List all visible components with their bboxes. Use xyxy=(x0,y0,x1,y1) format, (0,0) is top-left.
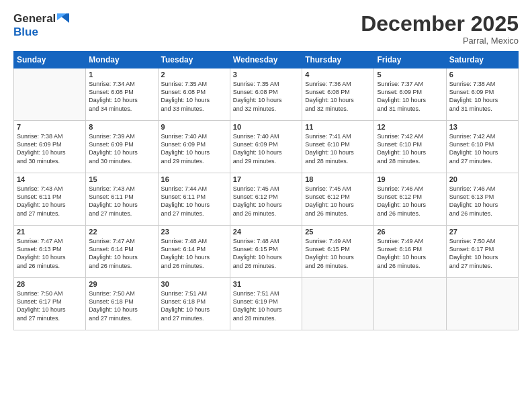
calendar-cell: 18Sunrise: 7:45 AMSunset: 6:12 PMDayligh… xyxy=(302,173,374,226)
weekday-header-saturday: Saturday xyxy=(446,52,518,68)
weekday-header-sunday: Sunday xyxy=(14,52,86,68)
day-detail: Sunrise: 7:40 AMSunset: 6:09 PMDaylight:… xyxy=(161,132,227,165)
day-detail: Sunrise: 7:51 AMSunset: 6:19 PMDaylight:… xyxy=(233,289,299,322)
logo: General Blue xyxy=(13,12,69,39)
calendar-cell: 7Sunrise: 7:38 AMSunset: 6:09 PMDaylight… xyxy=(14,121,86,173)
day-detail: Sunrise: 7:46 AMSunset: 6:13 PMDaylight:… xyxy=(449,185,515,218)
calendar-cell: 26Sunrise: 7:49 AMSunset: 6:16 PMDayligh… xyxy=(374,226,446,278)
calendar-cell xyxy=(302,278,374,330)
day-detail: Sunrise: 7:42 AMSunset: 6:10 PMDaylight:… xyxy=(449,132,515,165)
day-number: 4 xyxy=(305,71,371,79)
day-number: 14 xyxy=(17,175,83,183)
day-detail: Sunrise: 7:48 AMSunset: 6:14 PMDaylight:… xyxy=(161,237,227,270)
calendar-cell: 9Sunrise: 7:40 AMSunset: 6:09 PMDaylight… xyxy=(158,121,230,173)
calendar-cell: 4Sunrise: 7:36 AMSunset: 6:08 PMDaylight… xyxy=(302,68,374,121)
weekday-header-thursday: Thursday xyxy=(302,52,374,68)
day-detail: Sunrise: 7:49 AMSunset: 6:16 PMDaylight:… xyxy=(377,237,443,270)
day-detail: Sunrise: 7:36 AMSunset: 6:08 PMDaylight:… xyxy=(305,80,371,113)
calendar-cell: 17Sunrise: 7:45 AMSunset: 6:12 PMDayligh… xyxy=(230,173,302,226)
calendar-week-5: 28Sunrise: 7:50 AMSunset: 6:17 PMDayligh… xyxy=(14,278,519,330)
day-number: 1 xyxy=(89,71,154,79)
day-detail: Sunrise: 7:43 AMSunset: 6:11 PMDaylight:… xyxy=(17,185,83,218)
day-detail: Sunrise: 7:39 AMSunset: 6:09 PMDaylight:… xyxy=(89,132,154,165)
day-number: 25 xyxy=(305,228,371,236)
calendar-cell: 19Sunrise: 7:46 AMSunset: 6:12 PMDayligh… xyxy=(374,173,446,226)
day-number: 23 xyxy=(161,228,227,236)
calendar-cell: 10Sunrise: 7:40 AMSunset: 6:09 PMDayligh… xyxy=(230,121,302,173)
day-number: 27 xyxy=(449,228,515,236)
weekday-header-friday: Friday xyxy=(374,52,446,68)
day-number: 9 xyxy=(161,123,227,131)
month-title: December 2025 xyxy=(361,12,519,36)
weekday-header-wednesday: Wednesday xyxy=(230,52,302,68)
day-number: 21 xyxy=(17,228,83,236)
day-detail: Sunrise: 7:50 AMSunset: 6:18 PMDaylight:… xyxy=(89,289,154,322)
calendar-week-1: 1Sunrise: 7:34 AMSunset: 6:08 PMDaylight… xyxy=(14,68,519,121)
calendar-table: SundayMondayTuesdayWednesdayThursdayFrid… xyxy=(13,51,519,330)
day-detail: Sunrise: 7:47 AMSunset: 6:13 PMDaylight:… xyxy=(17,237,83,270)
day-number: 7 xyxy=(17,123,83,131)
day-detail: Sunrise: 7:35 AMSunset: 6:08 PMDaylight:… xyxy=(233,80,299,113)
day-number: 24 xyxy=(233,228,299,236)
calendar-cell: 1Sunrise: 7:34 AMSunset: 6:08 PMDaylight… xyxy=(86,68,158,121)
day-detail: Sunrise: 7:38 AMSunset: 6:09 PMDaylight:… xyxy=(17,132,83,165)
calendar-cell: 11Sunrise: 7:41 AMSunset: 6:10 PMDayligh… xyxy=(302,121,374,173)
day-detail: Sunrise: 7:50 AMSunset: 6:17 PMDaylight:… xyxy=(17,289,83,322)
day-number: 15 xyxy=(89,175,154,183)
day-detail: Sunrise: 7:43 AMSunset: 6:11 PMDaylight:… xyxy=(89,185,154,218)
calendar-cell: 20Sunrise: 7:46 AMSunset: 6:13 PMDayligh… xyxy=(446,173,518,226)
day-number: 5 xyxy=(377,71,443,79)
calendar-cell: 15Sunrise: 7:43 AMSunset: 6:11 PMDayligh… xyxy=(86,173,158,226)
day-number: 18 xyxy=(305,175,371,183)
day-detail: Sunrise: 7:47 AMSunset: 6:14 PMDaylight:… xyxy=(89,237,154,270)
calendar-cell: 8Sunrise: 7:39 AMSunset: 6:09 PMDaylight… xyxy=(86,121,158,173)
calendar-cell xyxy=(446,278,518,330)
calendar-week-3: 14Sunrise: 7:43 AMSunset: 6:11 PMDayligh… xyxy=(14,173,519,226)
day-number: 31 xyxy=(233,280,299,288)
day-detail: Sunrise: 7:37 AMSunset: 6:09 PMDaylight:… xyxy=(377,80,443,113)
day-detail: Sunrise: 7:34 AMSunset: 6:08 PMDaylight:… xyxy=(89,80,154,113)
calendar-cell: 27Sunrise: 7:50 AMSunset: 6:17 PMDayligh… xyxy=(446,226,518,278)
day-number: 10 xyxy=(233,123,299,131)
day-number: 12 xyxy=(377,123,443,131)
day-number: 29 xyxy=(89,280,154,288)
calendar-cell: 21Sunrise: 7:47 AMSunset: 6:13 PMDayligh… xyxy=(14,226,86,278)
day-detail: Sunrise: 7:48 AMSunset: 6:15 PMDaylight:… xyxy=(233,237,299,270)
calendar-week-2: 7Sunrise: 7:38 AMSunset: 6:09 PMDaylight… xyxy=(14,121,519,173)
day-detail: Sunrise: 7:45 AMSunset: 6:12 PMDaylight:… xyxy=(305,185,371,218)
day-detail: Sunrise: 7:45 AMSunset: 6:12 PMDaylight:… xyxy=(233,185,299,218)
day-number: 13 xyxy=(449,123,515,131)
page-header: General Blue December 2025 Parral, Mexic… xyxy=(13,12,519,46)
location-subtitle: Parral, Mexico xyxy=(361,36,519,46)
day-detail: Sunrise: 7:35 AMSunset: 6:08 PMDaylight:… xyxy=(161,80,227,113)
day-number: 8 xyxy=(89,123,154,131)
day-number: 2 xyxy=(161,71,227,79)
calendar-cell: 25Sunrise: 7:49 AMSunset: 6:15 PMDayligh… xyxy=(302,226,374,278)
day-detail: Sunrise: 7:50 AMSunset: 6:17 PMDaylight:… xyxy=(449,237,515,270)
day-detail: Sunrise: 7:49 AMSunset: 6:15 PMDaylight:… xyxy=(305,237,371,270)
weekday-header-monday: Monday xyxy=(86,52,158,68)
weekday-header-tuesday: Tuesday xyxy=(158,52,230,68)
calendar-cell: 6Sunrise: 7:38 AMSunset: 6:09 PMDaylight… xyxy=(446,68,518,121)
calendar-cell xyxy=(374,278,446,330)
day-detail: Sunrise: 7:41 AMSunset: 6:10 PMDaylight:… xyxy=(305,132,371,165)
calendar-cell: 2Sunrise: 7:35 AMSunset: 6:08 PMDaylight… xyxy=(158,68,230,121)
day-number: 22 xyxy=(89,228,154,236)
calendar-week-4: 21Sunrise: 7:47 AMSunset: 6:13 PMDayligh… xyxy=(14,226,519,278)
day-number: 6 xyxy=(449,71,515,79)
day-number: 20 xyxy=(449,175,515,183)
day-number: 26 xyxy=(377,228,443,236)
day-number: 28 xyxy=(17,280,83,288)
day-number: 16 xyxy=(161,175,227,183)
day-detail: Sunrise: 7:44 AMSunset: 6:11 PMDaylight:… xyxy=(161,185,227,218)
calendar-cell: 5Sunrise: 7:37 AMSunset: 6:09 PMDaylight… xyxy=(374,68,446,121)
calendar-cell: 13Sunrise: 7:42 AMSunset: 6:10 PMDayligh… xyxy=(446,121,518,173)
calendar-cell: 14Sunrise: 7:43 AMSunset: 6:11 PMDayligh… xyxy=(14,173,86,226)
calendar-cell: 23Sunrise: 7:48 AMSunset: 6:14 PMDayligh… xyxy=(158,226,230,278)
calendar-cell: 30Sunrise: 7:51 AMSunset: 6:18 PMDayligh… xyxy=(158,278,230,330)
day-detail: Sunrise: 7:51 AMSunset: 6:18 PMDaylight:… xyxy=(161,289,227,322)
calendar-cell: 22Sunrise: 7:47 AMSunset: 6:14 PMDayligh… xyxy=(86,226,158,278)
calendar-cell: 3Sunrise: 7:35 AMSunset: 6:08 PMDaylight… xyxy=(230,68,302,121)
day-detail: Sunrise: 7:38 AMSunset: 6:09 PMDaylight:… xyxy=(449,80,515,113)
calendar-cell: 24Sunrise: 7:48 AMSunset: 6:15 PMDayligh… xyxy=(230,226,302,278)
